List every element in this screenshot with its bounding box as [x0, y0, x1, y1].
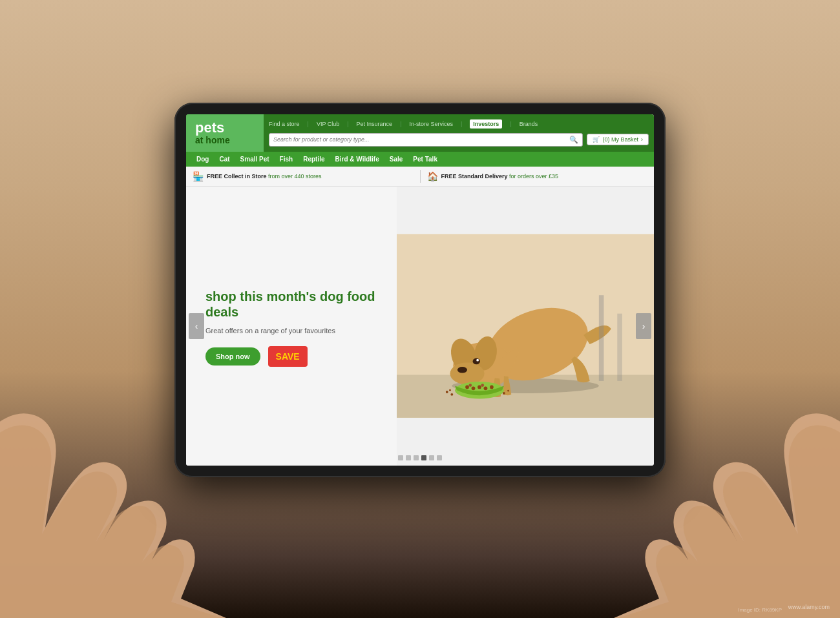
search-basket-row: 🔍 🛒 (0) My Basket › [269, 131, 649, 149]
nav-instore-services[interactable]: In-store Services [409, 121, 453, 127]
promo-delivery-bold: FREE Standard Delivery [441, 173, 508, 180]
promo-collect: 🏪 FREE Collect in Store from over 440 st… [193, 171, 414, 181]
category-nav: Dog Cat Small Pet Fish Reptile Bird & Wi… [186, 152, 654, 167]
cat-sale[interactable]: Sale [384, 152, 408, 167]
cat-fish[interactable]: Fish [275, 152, 299, 167]
svg-point-18 [481, 384, 484, 387]
nav-vip-club[interactable]: VIP Club [317, 121, 339, 127]
search-input[interactable] [273, 136, 569, 143]
shop-now-button[interactable]: Shop now [205, 347, 260, 366]
logo-pets: pets [195, 121, 255, 135]
cat-bird-wildlife[interactable]: Bird & Wildlife [330, 152, 384, 167]
slider-dot-4[interactable] [421, 455, 426, 460]
slider-dot-3[interactable] [414, 455, 419, 460]
basket-arrow: › [641, 136, 643, 143]
svg-point-7 [450, 363, 484, 385]
svg-point-15 [483, 387, 487, 391]
slider-dots [398, 455, 442, 460]
promo-collect-normal: from over 440 stores [268, 173, 322, 180]
promo-delivery-normal: for orders over £35 [509, 173, 558, 180]
nav-investors[interactable]: Investors [470, 119, 502, 129]
svg-point-10 [476, 359, 479, 362]
svg-point-13 [471, 387, 475, 391]
basket-icon: 🛒 [593, 136, 600, 143]
search-icon: 🔍 [569, 136, 578, 144]
slider-dot-6[interactable] [437, 455, 442, 460]
svg-rect-24 [599, 295, 604, 381]
svg-point-19 [450, 393, 453, 396]
site-header: pets at home Find a store | VIP Club | P… [186, 114, 654, 167]
svg-point-14 [478, 386, 481, 389]
store-icon: 🏪 [193, 171, 204, 181]
promo-collect-bold: FREE Collect in Store [207, 173, 267, 180]
promo-delivery: 🏠 FREE Standard Delivery for orders over… [427, 171, 648, 181]
cat-cat[interactable]: Cat [214, 152, 235, 167]
slider-dot-2[interactable] [406, 455, 411, 460]
cat-pet-talk[interactable]: Pet Talk [408, 152, 443, 167]
header-nav-links: Find a store | VIP Club | Pet Insurance … [269, 117, 649, 131]
logo-at-home: at home [195, 135, 255, 146]
svg-point-8 [457, 367, 467, 373]
slide-text-area: shop this month's dog food deals Great o… [186, 187, 397, 465]
ipad-device: pets at home Find a store | VIP Club | P… [174, 103, 666, 477]
slider-prev-button[interactable]: ‹ [189, 313, 204, 339]
search-box[interactable]: 🔍 [269, 133, 583, 147]
svg-rect-25 [617, 314, 622, 381]
nav-pet-insurance[interactable]: Pet Insurance [357, 121, 393, 127]
cat-reptile[interactable]: Reptile [298, 152, 330, 167]
delivery-icon: 🏠 [427, 171, 438, 181]
svg-point-21 [449, 389, 451, 391]
slide-content: shop this month's dog food deals Great o… [186, 187, 654, 465]
svg-point-17 [468, 384, 472, 387]
slider-next-button[interactable]: › [636, 313, 651, 339]
watermark: www.alamy.com [788, 604, 830, 610]
basket-button[interactable]: 🛒 (0) My Basket › [587, 134, 649, 145]
slide-subtext: Great offers on a range of your favourit… [205, 326, 384, 336]
header-right: Find a store | VIP Club | Pet Insurance … [264, 114, 654, 152]
nav-find-store[interactable]: Find a store [269, 121, 300, 127]
svg-point-22 [503, 392, 505, 395]
slide-actions: Shop now save [205, 346, 384, 367]
cat-small-pet[interactable]: Small Pet [235, 152, 275, 167]
slide-headline: shop this month's dog food deals [205, 289, 384, 320]
header-top: pets at home Find a store | VIP Club | P… [186, 114, 654, 152]
main-slider: shop this month's dog food deals Great o… [186, 187, 654, 465]
svg-point-9 [472, 358, 479, 364]
ipad-screen: pets at home Find a store | VIP Club | P… [186, 114, 654, 466]
svg-point-20 [446, 391, 448, 393]
basket-label: (0) My Basket [602, 136, 638, 143]
image-id: Image ID: RK89KP [738, 607, 782, 613]
slider-dot-1[interactable] [398, 455, 403, 460]
promo-divider [420, 170, 421, 183]
cat-dog[interactable]: Dog [191, 152, 214, 167]
promo-bar: 🏪 FREE Collect in Store from over 440 st… [186, 167, 654, 187]
slider-dot-5[interactable] [429, 455, 434, 460]
logo-box[interactable]: pets at home [186, 114, 264, 152]
svg-point-12 [465, 386, 469, 389]
svg-point-16 [490, 386, 494, 389]
dog-illustration [397, 187, 654, 465]
svg-point-23 [507, 390, 509, 392]
nav-brands[interactable]: Brands [520, 121, 538, 127]
slide-image-area [397, 187, 654, 465]
save-badge: save [268, 346, 308, 367]
